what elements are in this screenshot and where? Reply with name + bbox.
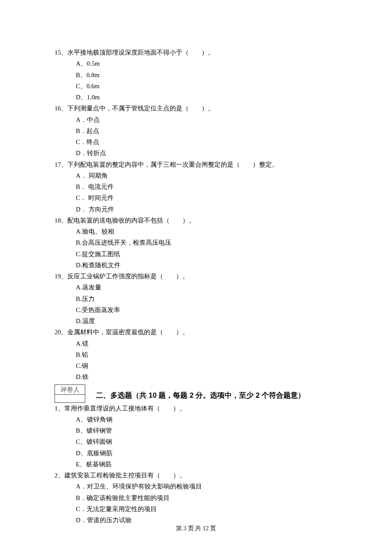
question: 1、常用作垂直埋设的人工接地体有（ ）。A、镀锌角钢B、镀锌钢管C、镀锌圆钢D、… xyxy=(55,403,341,470)
question-stem: 2、建筑安装工程检验批主控项目有（ ）。 xyxy=(55,470,341,481)
question: 15、水平接地极顶部埋设深度距地面不得小于（ ）。A、0.5mB、0.8mC、0… xyxy=(55,47,341,103)
option-list: A．中点B．起点C．终点D．转折点 xyxy=(55,114,341,159)
option: A．中点 xyxy=(76,114,341,125)
section-title: 二、多选题（共 10 题，每题 2 分。选项中，至少 2 个符合题意） xyxy=(96,389,305,403)
option: B、0.8m xyxy=(76,69,341,81)
grader-label-cell: 评卷人 xyxy=(55,384,85,395)
question-stem: 17、下列配电装置的整定内容中，属于三相一次重合闸整定的是（ ）整定。 xyxy=(55,159,341,170)
question: 18、配电装置的送电验收的内容不包括（ ）。A.验电、较相B.合高压进线开关，检… xyxy=(55,215,341,271)
option: C．终点 xyxy=(76,136,341,147)
option: B.合高压进线开关，检查高压电压 xyxy=(76,237,341,248)
option: C．无法定量采用定性的项目 xyxy=(76,503,341,515)
option-list: A.验电、较相B.合高压进线开关，检查高压电压C.提交施工图纸D.检查随机文件 xyxy=(55,226,341,271)
option: C、镀锌圆钢 xyxy=(76,436,341,447)
option: A.验电、较相 xyxy=(76,226,341,237)
question: 16、下列测量点中，不属于管线定位主点的是（ ）。A．中点B．起点C．终点D．转… xyxy=(55,103,341,159)
question-stem: 1、常用作垂直埋设的人工接地体有（ ）。 xyxy=(55,403,341,414)
option: A.蒸发量 xyxy=(76,282,341,293)
option-list: A． 同期角B． 电流元件C． 时间元件D． 方向元件 xyxy=(55,170,341,215)
option: D、底板钢筋 xyxy=(76,448,341,459)
page-footer: 第 3 页 共 12 页 xyxy=(0,523,392,534)
option: D、1.0m xyxy=(76,92,341,103)
option: B．起点 xyxy=(76,125,341,136)
question-stem: 20、金属材料中，室温密度最低的是（ ）。 xyxy=(55,327,341,338)
option: A.镁 xyxy=(76,338,341,349)
question: 19、反应工业锅炉工作强度的指标是（ ）。A.蒸发量B.压力C.受热面蒸发率D.… xyxy=(55,271,341,327)
option: A、0.5m xyxy=(76,58,341,69)
option: B．确定该检验批主要性能的项目 xyxy=(76,492,341,503)
option-list: A、镀锌角钢B、镀锌钢管C、镀锌圆钢D、底板钢筋E、桩基钢筋 xyxy=(55,414,341,470)
option-list: A.镁B.铅C.铜D.铁 xyxy=(55,338,341,383)
section-header: 评卷人 二、多选题（共 10 题，每题 2 分。选项中，至少 2 个符合题意） xyxy=(55,384,341,403)
question-stem: 19、反应工业锅炉工作强度的指标是（ ）。 xyxy=(55,271,341,282)
question: 20、金属材料中，室温密度最低的是（ ）。A.镁B.铅C.铜D.铁 xyxy=(55,327,341,382)
grader-box: 评卷人 xyxy=(55,384,85,403)
option: A、镀锌角钢 xyxy=(76,414,341,425)
question-stem: 15、水平接地极顶部埋设深度距地面不得小于（ ）。 xyxy=(55,47,341,58)
option: B.铅 xyxy=(76,349,341,360)
question: 17、下列配电装置的整定内容中，属于三相一次重合闸整定的是（ ）整定。A． 同期… xyxy=(55,159,341,215)
option: A． 同期角 xyxy=(76,170,341,181)
option: C.受热面蒸发率 xyxy=(76,304,341,315)
option-list: A．对卫生、环境保护有较大影响的检验项目B．确定该检验批主要性能的项目C．无法定… xyxy=(55,481,341,526)
question-stem: 18、配电装置的送电验收的内容不包括（ ）。 xyxy=(55,215,341,226)
option: C、0.6m xyxy=(76,81,341,92)
option-list: A、0.5mB、0.8mC、0.6mD、1.0m xyxy=(55,58,341,103)
option: B.压力 xyxy=(76,293,341,304)
option: D．转折点 xyxy=(76,147,341,159)
option: E、桩基钢筋 xyxy=(76,459,341,470)
question-stem: 16、下列测量点中，不属于管线定位主点的是（ ）。 xyxy=(55,103,341,114)
option: C.铜 xyxy=(76,360,341,371)
option: D.温度 xyxy=(76,315,341,327)
option: C.提交施工图纸 xyxy=(76,249,341,260)
option-list: A.蒸发量B.压力C.受热面蒸发率D.温度 xyxy=(55,282,341,327)
option: B、镀锌钢管 xyxy=(76,425,341,436)
option: D.铁 xyxy=(76,371,341,382)
question: 2、建筑安装工程检验批主控项目有（ ）。A．对卫生、环境保护有较大影响的检验项目… xyxy=(55,470,341,526)
option: A．对卫生、环境保护有较大影响的检验项目 xyxy=(76,481,341,492)
grader-blank-cell xyxy=(55,395,85,403)
option: B． 电流元件 xyxy=(76,181,341,192)
option: D． 方向元件 xyxy=(76,204,341,215)
option: C． 时间元件 xyxy=(76,192,341,203)
option: D.检查随机文件 xyxy=(76,260,341,271)
